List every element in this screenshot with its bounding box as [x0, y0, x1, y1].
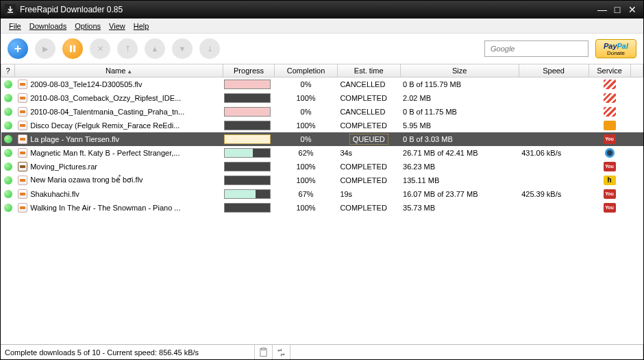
completion-value: 100%	[275, 201, 338, 215]
file-name: Moving_Pictures.rar	[27, 160, 223, 173]
donate-button[interactable]: PayPal Donate	[595, 39, 636, 58]
search-input[interactable]	[491, 45, 586, 53]
maximize-button[interactable]: □	[610, 4, 624, 15]
paypal-logo: PayPal	[604, 42, 628, 50]
file-name: New Maria ozawa trong bể bơi.flv	[27, 173, 223, 187]
cancel-button[interactable]: ✕	[90, 38, 110, 59]
add-button[interactable]: +	[8, 38, 28, 59]
table-row[interactable]: 2010-08-04_Talentmania_Casting_Praha_tn.…	[1, 105, 643, 119]
filetype-icon	[18, 189, 27, 199]
service-icon	[605, 148, 615, 158]
status-orb-icon	[4, 80, 12, 88]
progress-bar	[224, 189, 271, 199]
col-header-name[interactable]: Name▲	[15, 64, 223, 77]
col-header-completion[interactable]: Completion	[275, 64, 338, 77]
window-title: FreeRapid Downloader 0.85	[20, 5, 594, 14]
est-value: CANCELLED	[340, 108, 385, 116]
filetype-icon	[18, 162, 27, 171]
status-orb-icon	[4, 94, 12, 102]
speed-value	[519, 91, 589, 105]
status-spacer	[290, 345, 643, 359]
status-orb-icon	[4, 149, 12, 157]
completion-value: 62%	[275, 146, 338, 160]
table-row[interactable]: Shakuhachi.flv67%19s16.07 MB of 23.77 MB…	[1, 187, 643, 201]
table-row[interactable]: La plage - Yann Tiersen.flv0%QUEUED0 B o…	[1, 132, 643, 146]
completion-value: 0%	[275, 105, 338, 119]
status-orb-icon	[4, 135, 12, 143]
pause-button[interactable]	[62, 38, 83, 59]
table-row[interactable]: Moving_Pictures.rar100%COMPLETED36.23 MB…	[1, 160, 643, 173]
move-down-button[interactable]: ▼	[172, 38, 193, 59]
col-header-est[interactable]: Est. time	[337, 64, 400, 77]
size-value: 26.71 MB of 42.41 MB	[400, 146, 519, 160]
progress-bar	[224, 80, 271, 89]
filetype-icon	[18, 107, 27, 117]
est-value: COMPLETED	[340, 121, 386, 130]
service-icon: You	[604, 162, 616, 171]
speed-value: 431.06 kB/s	[519, 146, 589, 160]
col-header-q[interactable]: ?	[1, 64, 15, 77]
play-button[interactable]: ▶	[35, 38, 55, 59]
downloads-table-wrap: ? Name▲ Progress Completion Est. time Si…	[1, 64, 643, 344]
table-row[interactable]: Walking In The Air - The Snowman - Piano…	[1, 201, 643, 215]
svg-point-9	[283, 353, 285, 355]
progress-bar	[224, 93, 271, 103]
service-icon	[604, 80, 616, 89]
speed-value: 425.39 kB/s	[519, 187, 589, 201]
menu-help[interactable]: Help	[129, 21, 153, 32]
statusbar: Complete downloads 5 of 10 - Current spe…	[1, 344, 643, 359]
file-name: 2010-08-03_Comeback_Ozzy_Ripfest_IDE...	[27, 91, 223, 105]
est-value: COMPLETED	[340, 163, 386, 171]
svg-point-8	[278, 349, 280, 351]
table-row[interactable]: Magnetic Man ft. Katy B - Perfect Strang…	[1, 146, 643, 160]
service-icon: h	[604, 176, 616, 185]
est-value: COMPLETED	[340, 94, 386, 102]
status-orb-icon	[4, 121, 12, 130]
service-icon: You	[604, 134, 616, 144]
est-value: CANCELLED	[340, 80, 385, 88]
table-row[interactable]: 2010-08-03_Comeback_Ozzy_Ripfest_IDE...1…	[1, 91, 643, 105]
service-icon: You	[604, 189, 616, 199]
file-name: 2009-08-03_Tele124-D300505.flv	[27, 77, 223, 91]
col-header-config[interactable]	[630, 64, 643, 77]
service-icon	[604, 121, 616, 130]
completion-value: 100%	[275, 91, 338, 105]
menu-file[interactable]: File	[5, 21, 25, 32]
menu-view[interactable]: View	[105, 21, 129, 32]
filetype-icon	[18, 80, 27, 89]
est-value: 19s	[340, 190, 352, 198]
service-icon	[604, 93, 616, 103]
table-row[interactable]: 2009-08-03_Tele124-D300505.flv0%CANCELLE…	[1, 77, 643, 91]
menu-options[interactable]: Options	[71, 21, 105, 32]
service-icon	[604, 107, 616, 117]
col-header-service[interactable]: Service	[589, 64, 630, 77]
table-row[interactable]: Disco Decay (Felguk Remix_Farace ReEdi..…	[1, 119, 643, 132]
minimize-button[interactable]: —	[595, 4, 609, 15]
status-orb-icon	[4, 176, 12, 184]
filetype-icon	[18, 148, 27, 158]
col-header-speed[interactable]: Speed	[519, 64, 589, 77]
menu-downloads[interactable]: Downloads	[25, 21, 71, 32]
move-bottom-button[interactable]: ⤓	[199, 38, 220, 59]
progress-bar	[224, 203, 271, 213]
col-header-size[interactable]: Size	[400, 64, 519, 77]
clipboard-monitor-button[interactable]	[255, 345, 273, 359]
completion-value: 100%	[275, 119, 338, 132]
size-value: 16.07 MB of 23.77 MB	[400, 187, 519, 201]
size-value: 35.73 MB	[400, 201, 519, 215]
speed-value	[519, 132, 589, 146]
move-top-button[interactable]: ⤒	[117, 38, 138, 59]
est-value: COMPLETED	[340, 176, 386, 184]
status-orb-icon	[4, 163, 12, 171]
size-value: 2.02 MB	[400, 91, 519, 105]
progress-bar	[224, 121, 271, 130]
donate-label: Donate	[607, 50, 625, 56]
col-header-progress[interactable]: Progress	[223, 64, 274, 77]
size-value: 135.11 MB	[400, 173, 519, 187]
move-up-button[interactable]: ▲	[145, 38, 165, 59]
close-button[interactable]: ✕	[626, 4, 639, 15]
search-box[interactable]	[484, 40, 589, 57]
connection-button[interactable]	[273, 345, 290, 359]
completion-value: 0%	[275, 77, 338, 91]
table-row[interactable]: New Maria ozawa trong bể bơi.flv100%COMP…	[1, 173, 643, 187]
